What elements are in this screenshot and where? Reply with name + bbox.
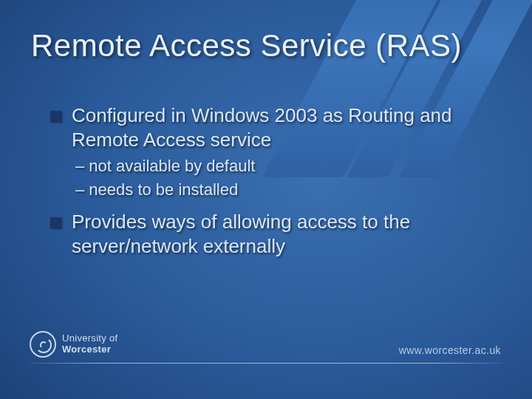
logo-line2: Worcester: [62, 344, 117, 355]
bullet-level2: – not available by default: [75, 156, 488, 177]
footer-url: www.worcester.ac.uk: [399, 344, 501, 356]
footer-divider: [30, 363, 502, 364]
bullet-level1: Provides ways of allowing access to the …: [50, 210, 488, 258]
bullet-square-icon: [50, 111, 61, 122]
logo-text: University of Worcester: [62, 333, 117, 355]
slide: Remote Access Service (RAS) Configured i…: [0, 0, 532, 399]
bullet-text: Provides ways of allowing access to the …: [72, 210, 488, 258]
slide-body: Configured in Windows 2003 as Routing an…: [50, 103, 488, 262]
bullet-level2: – needs to be installed: [75, 180, 488, 200]
bullet-text: Configured in Windows 2003 as Routing an…: [72, 103, 488, 151]
logo-line1: University of: [62, 333, 117, 344]
university-logo: University of Worcester: [30, 331, 117, 358]
bullet-square-icon: [50, 217, 61, 228]
logo-swirl-icon: [30, 331, 56, 358]
slide-title: Remote Access Service (RAS): [31, 28, 501, 64]
bullet-level1: Configured in Windows 2003 as Routing an…: [50, 103, 488, 151]
